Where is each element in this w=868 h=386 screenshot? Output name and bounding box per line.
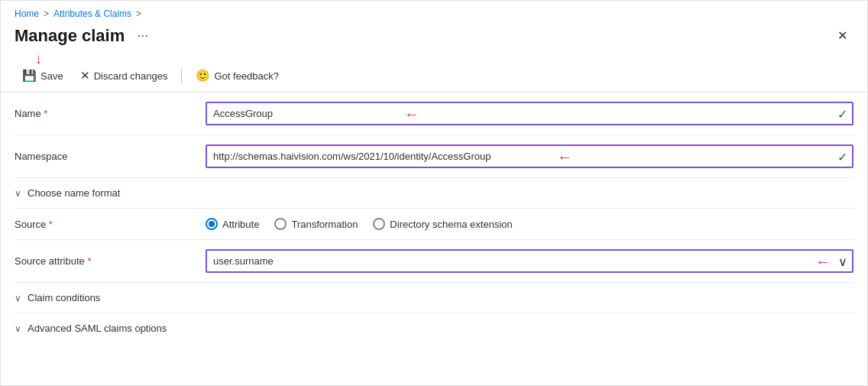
breadcrumb-sep2: >	[136, 8, 141, 19]
name-arrow-annotation: ←	[404, 105, 419, 122]
source-attribute-row: Source attribute * ← ∨	[15, 240, 853, 283]
discard-icon: ✕	[80, 69, 90, 83]
namespace-check-icon: ✓	[837, 149, 847, 164]
breadcrumb: Home > Attributes & Claims >	[1, 1, 867, 24]
advanced-saml-chevron: ∨	[15, 323, 21, 334]
namespace-row: Namespace ✓ ←	[15, 135, 853, 178]
choose-name-format-chevron: ∨	[15, 188, 21, 199]
header-left: Manage claim ···	[15, 26, 153, 46]
radio-attribute[interactable]: Attribute	[206, 218, 259, 230]
breadcrumb-home[interactable]: Home	[15, 8, 39, 19]
discard-label: Discard changes	[94, 70, 168, 82]
close-button[interactable]: ✕	[831, 25, 853, 46]
radio-transformation[interactable]: Transformation	[274, 218, 358, 230]
radio-transformation-circle	[274, 218, 287, 230]
namespace-input-wrap: ✓ ←	[206, 144, 853, 168]
main-container: Home > Attributes & Claims > Manage clai…	[0, 0, 868, 386]
namespace-arrow-annotation: ←	[557, 148, 572, 165]
feedback-button[interactable]: 🙂 Got feedback?	[188, 66, 287, 86]
feedback-icon: 🙂	[196, 69, 210, 83]
save-icon: 💾	[22, 69, 37, 83]
radio-directory-label: Directory schema extension	[390, 219, 512, 230]
source-attribute-label: Source attribute *	[15, 255, 206, 267]
toolbar: 💾 Save ✕ Discard changes 🙂 Got feedback?	[1, 63, 867, 92]
name-input-wrap: ✓ ←	[206, 102, 853, 125]
discard-button[interactable]: ✕ Discard changes	[73, 66, 176, 86]
namespace-label: Namespace	[15, 151, 206, 162]
source-required: *	[49, 219, 53, 230]
feedback-label: Got feedback?	[214, 70, 279, 82]
page-title: Manage claim	[15, 26, 125, 46]
source-radio-group: Attribute Transformation Directory schem…	[206, 218, 513, 230]
header-row: Manage claim ··· ✕	[1, 24, 867, 52]
claim-conditions-row[interactable]: ∨ Claim conditions	[15, 283, 853, 313]
radio-directory-circle	[373, 218, 385, 230]
claim-conditions-label: Claim conditions	[28, 292, 100, 303]
choose-name-format-row[interactable]: ∨ Choose name format	[15, 178, 853, 209]
name-check-icon: ✓	[837, 106, 847, 121]
radio-attribute-circle	[206, 218, 218, 230]
breadcrumb-sep1: >	[44, 8, 49, 19]
advanced-saml-row[interactable]: ∨ Advanced SAML claims options	[15, 313, 853, 343]
claim-conditions-chevron: ∨	[15, 293, 21, 303]
radio-directory-schema[interactable]: Directory schema extension	[373, 218, 512, 230]
breadcrumb-attributes[interactable]: Attributes & Claims	[53, 8, 131, 19]
radio-transformation-label: Transformation	[291, 219, 358, 230]
namespace-input[interactable]	[206, 144, 853, 168]
source-attribute-dropdown-icon[interactable]: ∨	[838, 254, 847, 268]
ellipsis-button[interactable]: ···	[132, 26, 153, 45]
source-attribute-required: *	[87, 255, 91, 267]
source-attribute-input-wrap: ← ∨	[206, 249, 853, 273]
save-button[interactable]: 💾 Save	[15, 66, 71, 86]
name-input[interactable]	[206, 102, 853, 125]
save-label: Save	[40, 70, 63, 82]
name-row: Name * ✓ ←	[15, 92, 853, 135]
advanced-saml-label: Advanced SAML claims options	[28, 323, 167, 334]
source-label: Source *	[15, 219, 206, 230]
form-body: Name * ✓ ← Namespace ✓ ← ∨	[1, 92, 867, 343]
source-row: Source * Attribute Transformation Direct…	[15, 209, 853, 240]
source-attr-arrow-annotation: ←	[815, 252, 831, 270]
name-required: *	[44, 108, 47, 119]
choose-name-format-label: Choose name format	[28, 187, 120, 199]
source-attribute-input[interactable]	[206, 249, 853, 273]
radio-attribute-label: Attribute	[222, 219, 259, 230]
name-label: Name *	[15, 108, 206, 119]
toolbar-separator	[181, 68, 182, 83]
